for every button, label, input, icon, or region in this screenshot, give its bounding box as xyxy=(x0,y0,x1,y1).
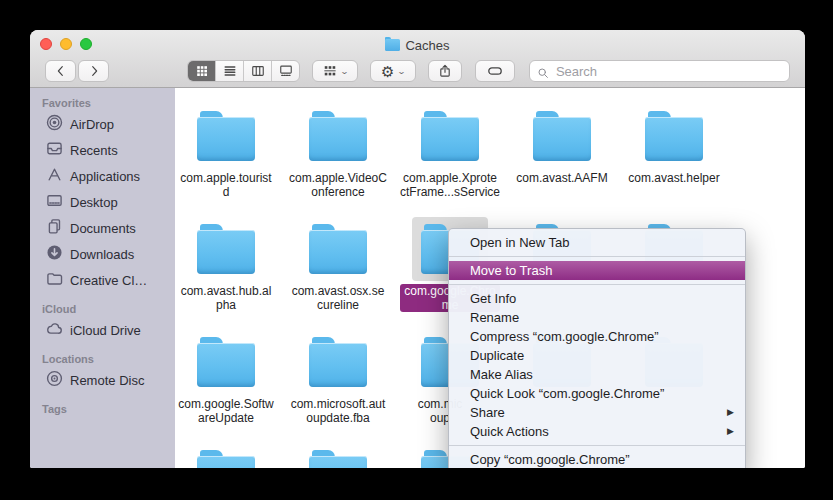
sidebar-item-label: Documents xyxy=(70,221,136,236)
submenu-arrow-icon: ▶ xyxy=(727,422,734,441)
menu-item-share[interactable]: Share▶ xyxy=(449,403,745,422)
sidebar-item-airdrop[interactable]: AirDrop xyxy=(30,111,175,137)
folder-label: com.apple.XprotectFrame...sService xyxy=(400,171,500,199)
folder-item[interactable]: com.avast.hub.alpha xyxy=(175,215,282,328)
menu-item-label: Quick Look “com.google.Chrome” xyxy=(470,386,664,401)
sidebar-item-applications[interactable]: Applications xyxy=(30,163,175,189)
context-menu: Open in New TabMove to TrashGet InfoRena… xyxy=(448,228,746,468)
gallery-view-button[interactable] xyxy=(272,61,299,81)
sidebar-item-desktop[interactable]: Desktop xyxy=(30,189,175,215)
folder-icon xyxy=(524,104,600,168)
finder-window: Caches ⌄ ⚙ ⌄ xyxy=(30,30,805,468)
chevron-down-icon: ⌄ xyxy=(339,67,348,76)
action-button[interactable]: ⚙ ⌄ xyxy=(370,60,416,82)
traffic-lights xyxy=(40,38,92,50)
forward-button[interactable] xyxy=(78,60,109,82)
folder-item[interactable]: com.apple.touristd xyxy=(175,102,282,215)
menu-item-quick-look-com-google-chrome[interactable]: Quick Look “com.google.Chrome” xyxy=(449,384,745,403)
cloud-icon xyxy=(46,320,63,340)
sidebar: FavoritesAirDropRecentsApplicationsDeskt… xyxy=(30,88,175,468)
desktop-backdrop: { "window": { "title": "Caches" }, "titl… xyxy=(0,0,833,500)
menu-item-make-alias[interactable]: Make Alias xyxy=(449,365,745,384)
toolbar: ⌄ ⚙ ⌄ xyxy=(30,56,805,87)
folder-label: com.apple.VideoConference xyxy=(289,171,387,199)
search-field[interactable] xyxy=(529,60,790,82)
column-view-button[interactable] xyxy=(244,61,272,81)
folder-item[interactable] xyxy=(175,441,282,468)
gear-icon: ⚙ xyxy=(381,64,394,79)
tag-button[interactable] xyxy=(475,60,515,82)
sidebar-item-documents[interactable]: Documents xyxy=(30,215,175,241)
share-button[interactable] xyxy=(428,60,462,82)
sidebar-item-label: iCloud Drive xyxy=(70,323,141,338)
folder-item[interactable]: com.avast.AAFM xyxy=(506,102,618,215)
menu-item-move-to-trash[interactable]: Move to Trash xyxy=(449,261,745,280)
window-title: Caches xyxy=(405,38,449,53)
sidebar-item-creative-cl[interactable]: Creative Cl… xyxy=(30,267,175,293)
submenu-arrow-icon: ▶ xyxy=(727,403,734,422)
sidebar-item-label: Desktop xyxy=(70,195,118,210)
menu-item-copy-com-google-chrome[interactable]: Copy “com.google.Chrome” xyxy=(449,450,745,468)
share-icon xyxy=(438,64,452,78)
sidebar-item-icloud-drive[interactable]: iCloud Drive xyxy=(30,317,175,343)
disc-icon xyxy=(46,370,63,390)
menu-separator xyxy=(449,256,745,257)
menu-item-open-in-new-tab[interactable]: Open in New Tab xyxy=(449,233,745,252)
sidebar-item-recents[interactable]: Recents xyxy=(30,137,175,163)
folder-item[interactable]: com.avast.osx.secureline xyxy=(282,215,394,328)
folder-icon xyxy=(188,443,264,468)
menu-item-label: Quick Actions xyxy=(470,424,549,439)
search-input[interactable] xyxy=(554,63,782,80)
menu-separator xyxy=(449,445,745,446)
menu-item-rename[interactable]: Rename xyxy=(449,308,745,327)
sidebar-item-label: Remote Disc xyxy=(70,373,144,388)
menu-item-quick-actions[interactable]: Quick Actions▶ xyxy=(449,422,745,441)
folder-icon xyxy=(188,330,264,394)
view-grid-icon xyxy=(195,64,209,78)
documents-icon xyxy=(46,218,63,238)
minimize-button[interactable] xyxy=(60,38,72,50)
menu-item-label: Copy “com.google.Chrome” xyxy=(470,452,630,467)
zoom-button[interactable] xyxy=(80,38,92,50)
back-button[interactable] xyxy=(45,60,76,82)
folder-icon xyxy=(188,104,264,168)
folder-label: com.apple.touristd xyxy=(180,171,271,199)
chevron-down-icon: ⌄ xyxy=(397,67,406,76)
menu-item-label: Get Info xyxy=(470,291,516,306)
group-button[interactable]: ⌄ xyxy=(312,60,358,82)
search-icon xyxy=(537,65,549,78)
folder-item[interactable]: com.avast.helper xyxy=(618,102,730,215)
menu-item-get-info[interactable]: Get Info xyxy=(449,289,745,308)
sidebar-item-label: Creative Cl… xyxy=(70,273,147,288)
folder-item[interactable]: com.apple.VideoConference xyxy=(282,102,394,215)
sidebar-section-header: Favorites xyxy=(30,97,175,111)
close-button[interactable] xyxy=(40,38,52,50)
menu-separator xyxy=(449,284,745,285)
titlebar[interactable]: Caches xyxy=(30,30,805,56)
view-mode-segmented-control xyxy=(187,60,300,82)
sidebar-section-header: Tags xyxy=(30,403,175,417)
tag-icon xyxy=(487,63,503,79)
folder-label: com.microsoft.autoupdate.fba xyxy=(291,397,386,425)
folder-icon xyxy=(300,104,376,168)
view-gallery-icon xyxy=(279,64,293,78)
icon-view-button[interactable] xyxy=(188,61,216,81)
sidebar-item-label: AirDrop xyxy=(70,117,114,132)
sidebar-section-header: iCloud xyxy=(30,303,175,317)
folder-item[interactable] xyxy=(282,441,394,468)
folder-item[interactable]: com.google.SoftwareUpdate xyxy=(175,328,282,441)
window-title-proxy: Caches xyxy=(385,38,449,53)
sidebar-item-remote-disc[interactable]: Remote Disc xyxy=(30,367,175,393)
desktop-icon xyxy=(46,192,63,212)
view-list-icon xyxy=(223,64,237,78)
folder-item[interactable]: com.microsoft.autoupdate.fba xyxy=(282,328,394,441)
menu-item-duplicate[interactable]: Duplicate xyxy=(449,346,745,365)
sidebar-item-downloads[interactable]: Downloads xyxy=(30,241,175,267)
menu-item-compress-com-google-chrome[interactable]: Compress “com.google.Chrome” xyxy=(449,327,745,346)
list-view-button[interactable] xyxy=(216,61,244,81)
folder-item[interactable]: com.apple.XprotectFrame...sService xyxy=(394,102,506,215)
folder-proxy-icon xyxy=(385,39,400,51)
sidebar-section-header: Locations xyxy=(30,353,175,367)
applications-icon xyxy=(46,166,63,186)
folder-label: com.google.SoftwareUpdate xyxy=(178,397,273,425)
